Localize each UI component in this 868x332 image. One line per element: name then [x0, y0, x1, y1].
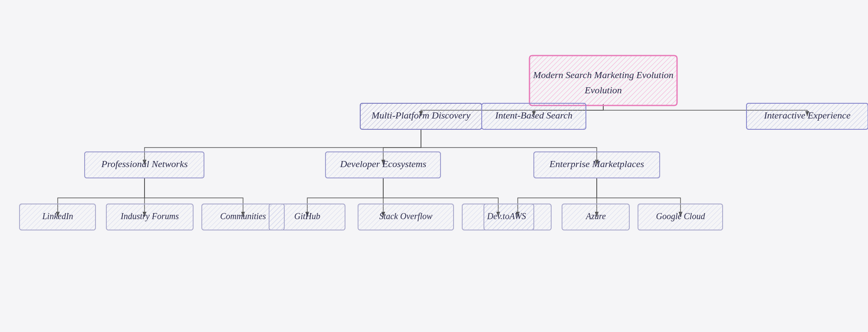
so-label: Stack Overflow: [379, 211, 433, 221]
mind-map-diagram: Modern Search Marketing Evolution Evolut…: [0, 0, 868, 332]
li-label: LinkedIn: [42, 211, 73, 221]
if-node: Industry Forums: [106, 204, 193, 230]
aws-node: AWS: [484, 204, 551, 230]
ie-node: Interactive Experience: [746, 103, 868, 129]
pn-label: Professional Networks: [101, 158, 187, 169]
root-label: Modern Search Marketing Evolution: [533, 69, 674, 80]
root-label2: Evolution: [584, 85, 622, 95]
em-node: Enterprise Marketplaces: [534, 152, 660, 178]
if-label: Industry Forums: [120, 211, 179, 221]
svg-rect-5: [529, 56, 677, 105]
gc-node: Google Cloud: [638, 204, 723, 230]
de-label: Developer Ecosystems: [340, 158, 427, 169]
em-label: Enterprise Marketplaces: [549, 158, 644, 169]
mpd-label: Multi-Platform Discovery: [371, 110, 470, 121]
ibs-label: Intent-Based Search: [495, 110, 572, 121]
az-node: Azure: [562, 204, 629, 230]
pn-node: Professional Networks: [85, 152, 204, 178]
de-node: Developer Ecosystems: [326, 152, 441, 178]
li-node: LinkedIn: [20, 204, 95, 230]
mpd-node: Multi-Platform Discovery: [360, 103, 482, 129]
aws-label: AWS: [509, 211, 526, 221]
gh-node: GitHub: [269, 204, 345, 230]
gc-label: Google Cloud: [656, 211, 706, 221]
so-node: Stack Overflow: [358, 204, 454, 230]
ie-label: Interactive Experience: [763, 110, 851, 121]
gh-label: GitHub: [294, 211, 320, 221]
ibs-node: Intent-Based Search: [482, 103, 586, 129]
az-label: Azure: [585, 211, 606, 221]
root-node: Modern Search Marketing Evolution Evolut…: [529, 56, 677, 105]
com-label: Communities: [220, 211, 266, 221]
